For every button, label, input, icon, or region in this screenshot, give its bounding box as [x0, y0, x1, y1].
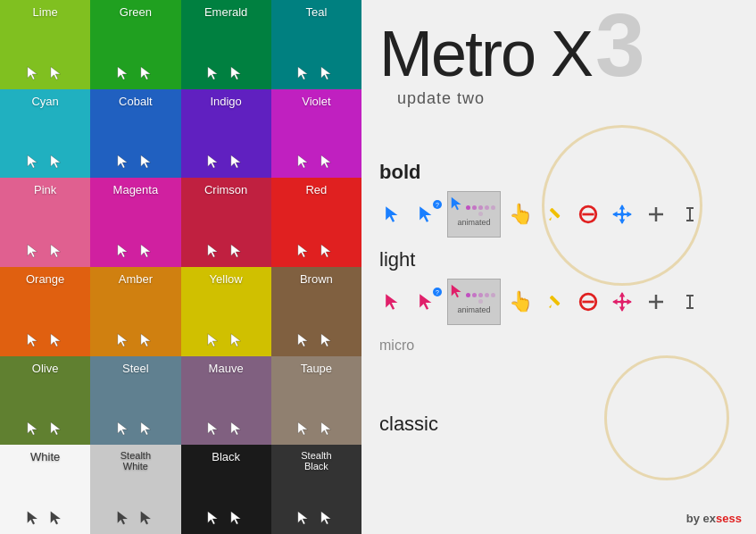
tile-cursors-cyan	[7, 149, 83, 171]
tile-cursors-black	[188, 505, 264, 527]
tile-cursors-violet	[278, 149, 354, 171]
tile-label-pink: Pink	[7, 183, 83, 196]
tile-arrow-1-teal	[319, 64, 336, 82]
tile-label-yellow: Yellow	[188, 272, 264, 286]
tile-label-stealthwhite: Stealth White	[97, 450, 173, 471]
tile-arrow-1-magenta	[138, 242, 156, 260]
bold-cursor-hand: 👆	[506, 200, 535, 229]
section-micro: micro coming soon :)	[379, 338, 414, 361]
tile-label-lime: Lime	[7, 5, 83, 19]
tile-lime[interactable]: Lime	[0, 0, 90, 89]
tile-cursors-olive	[7, 416, 83, 438]
section-light-label: light	[379, 248, 704, 271]
tile-steel[interactable]: Steel	[90, 356, 180, 446]
svg-marker-37	[231, 422, 241, 435]
svg-marker-26	[118, 333, 128, 346]
deco-circle-2	[604, 355, 729, 480]
tile-arrow-1-black	[228, 509, 246, 527]
light-cursor-animated: animated	[447, 279, 501, 325]
tile-brown[interactable]: Brown	[271, 267, 361, 356]
svg-marker-14	[298, 155, 308, 168]
svg-marker-17	[50, 245, 60, 257]
light-cursor-pencil	[540, 288, 569, 316]
svg-marker-4	[208, 66, 218, 79]
tile-label-taupe: Taupe	[278, 362, 354, 375]
svg-marker-28	[208, 333, 218, 346]
tile-orange[interactable]: Orange	[0, 267, 90, 356]
bold-cursor-plus	[642, 200, 670, 229]
svg-marker-33	[50, 422, 60, 435]
svg-marker-19	[141, 245, 151, 257]
tile-cursors-white	[7, 505, 83, 527]
tile-amber[interactable]: Amber	[90, 267, 180, 356]
tile-arrow-1-white	[48, 509, 66, 527]
tile-cursors-crimson	[188, 238, 264, 260]
tile-cursors-steel	[97, 416, 173, 438]
svg-marker-25	[50, 333, 60, 346]
tile-arrow-0-stealthblack	[295, 509, 313, 527]
svg-marker-27	[141, 333, 151, 346]
svg-marker-44	[208, 512, 218, 524]
tile-indigo[interactable]: Indigo	[181, 89, 271, 179]
tile-red[interactable]: Red	[271, 178, 361, 267]
tile-arrow-0-stealthwhite	[115, 509, 133, 527]
svg-marker-40	[27, 512, 37, 524]
svg-marker-59	[612, 212, 617, 218]
tile-yellow[interactable]: Yellow	[181, 267, 271, 356]
color-grid: LimeGreenEmeraldTealCyanCobaltIndigoViol…	[0, 0, 361, 534]
svg-marker-0	[27, 66, 37, 79]
tile-mauve[interactable]: Mauve	[181, 356, 271, 446]
tile-olive[interactable]: Olive	[0, 356, 90, 446]
svg-marker-15	[321, 155, 331, 168]
tile-arrow-0-yellow	[205, 331, 223, 349]
tile-label-crimson: Crimson	[188, 183, 264, 196]
tile-label-red: Red	[278, 183, 354, 196]
tile-cursors-lime	[7, 61, 83, 82]
tile-arrow-1-indigo	[228, 153, 246, 171]
svg-marker-68	[420, 294, 431, 310]
tile-black[interactable]: Black	[181, 445, 271, 534]
tile-label-orange: Orange	[7, 272, 83, 286]
tile-taupe[interactable]: Taupe	[271, 356, 361, 446]
tile-cyan[interactable]: Cyan	[0, 89, 90, 179]
svg-marker-58	[619, 219, 626, 223]
tile-stealthwhite[interactable]: Stealth White	[90, 445, 180, 534]
tile-cursors-cobalt	[97, 149, 173, 171]
tile-violet[interactable]: Violet	[271, 89, 361, 179]
byline-ex: ex	[703, 512, 716, 525]
tile-teal[interactable]: Teal	[271, 0, 361, 89]
tile-arrow-0-cyan	[25, 153, 43, 171]
tile-arrow-1-olive	[48, 420, 66, 438]
light-cursor-plus	[642, 288, 670, 316]
tile-magenta[interactable]: Magenta	[90, 178, 180, 267]
tile-emerald[interactable]: Emerald	[181, 0, 271, 89]
tile-cobalt[interactable]: Cobalt	[90, 89, 180, 179]
tile-arrow-1-stealthwhite	[138, 509, 156, 527]
tile-white[interactable]: White	[0, 445, 90, 534]
tile-pink[interactable]: Pink	[0, 178, 90, 267]
svg-marker-3	[141, 66, 151, 79]
tile-arrow-0-taupe	[295, 420, 313, 438]
svg-rect-70	[550, 296, 561, 306]
tile-cursors-pink	[7, 238, 83, 260]
svg-point-61	[620, 213, 624, 216]
svg-marker-1	[50, 66, 60, 79]
tile-stealthblack[interactable]: Stealth Black	[271, 445, 361, 534]
svg-marker-5	[231, 66, 241, 79]
tile-label-emerald: Emerald	[188, 5, 264, 19]
tile-arrow-0-black	[205, 509, 223, 527]
metro-label: Metro X	[379, 21, 592, 86]
tile-label-steel: Steel	[97, 362, 173, 375]
app-title-area: Metro X 3 update two	[379, 9, 645, 89]
svg-marker-31	[321, 333, 331, 346]
tile-crimson[interactable]: Crimson	[181, 178, 271, 267]
tile-cursors-yellow	[188, 328, 264, 349]
bold-cursor-blocked	[574, 200, 602, 229]
bold-cursor-move	[608, 200, 636, 229]
tile-green[interactable]: Green	[90, 0, 180, 89]
tile-label-teal: Teal	[278, 5, 354, 19]
light-cursor-text	[676, 288, 704, 316]
section-bold-label: bold	[379, 161, 704, 184]
svg-marker-48	[386, 206, 397, 222]
tile-arrow-0-lime	[25, 64, 43, 82]
